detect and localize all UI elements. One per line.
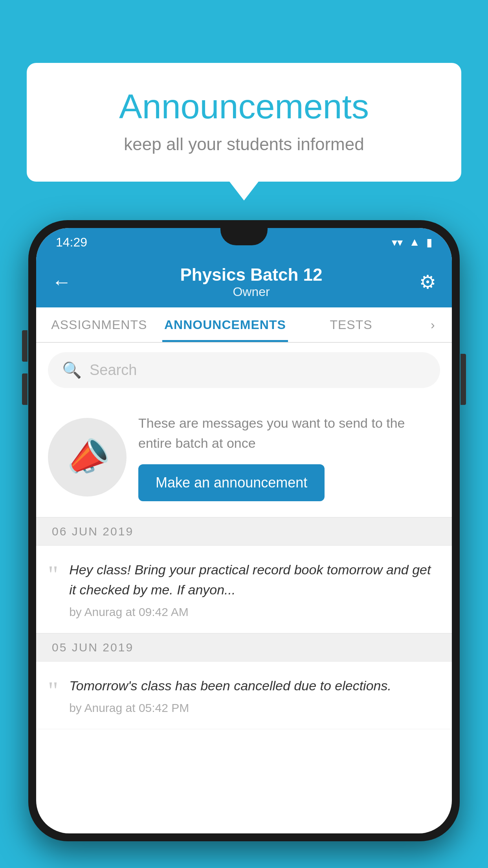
settings-icon[interactable]: ⚙ (419, 271, 436, 293)
make-announcement-button[interactable]: Make an announcement (138, 464, 325, 501)
announcement-text-2: Tomorrow's class has been cancelled due … (69, 676, 440, 696)
search-bar-container: 🔍 Search (36, 343, 452, 397)
search-placeholder: Search (90, 362, 137, 379)
status-icons: ▾▾ ▲ ▮ (392, 236, 432, 249)
phone-outer: 14:29 ▾▾ ▲ ▮ ← Physics Batch 12 Owner ⚙ (28, 220, 460, 841)
bubble-subtitle: keep all your students informed (58, 134, 430, 154)
back-button[interactable]: ← (52, 270, 72, 293)
signal-icon: ▲ (409, 236, 420, 248)
announcement-meta-1: by Anurag at 09:42 AM (69, 605, 440, 619)
announcement-content-1: Hey class! Bring your practical record b… (69, 560, 440, 619)
wifi-icon: ▾▾ (392, 236, 403, 249)
announcement-content-2: Tomorrow's class has been cancelled due … (69, 676, 440, 715)
tab-assignments[interactable]: ASSIGNMENTS (36, 307, 162, 342)
side-button-vol-up (22, 330, 28, 362)
tabs-bar: ASSIGNMENTS ANNOUNCEMENTS TESTS › (36, 307, 452, 343)
search-bar[interactable]: 🔍 Search (48, 352, 440, 388)
promo-content: These are messages you want to send to t… (138, 413, 440, 501)
battery-icon: ▮ (426, 236, 432, 249)
speech-bubble-container: Announcements keep all your students inf… (27, 63, 461, 182)
announcement-item-1[interactable]: " Hey class! Bring your practical record… (36, 546, 452, 633)
header-center: Physics Batch 12 Owner (83, 265, 419, 299)
status-time: 14:29 (56, 235, 87, 250)
notch (220, 228, 268, 245)
phone-screen: 14:29 ▾▾ ▲ ▮ ← Physics Batch 12 Owner ⚙ (36, 228, 452, 833)
date-divider-2: 05 JUN 2019 (36, 633, 452, 662)
side-button-vol-down (22, 373, 28, 405)
quote-icon-1: " (48, 562, 58, 619)
phone-wrapper: 14:29 ▾▾ ▲ ▮ ← Physics Batch 12 Owner ⚙ (28, 220, 460, 868)
announcement-item-2[interactable]: " Tomorrow's class has been cancelled du… (36, 662, 452, 729)
tab-more[interactable]: › (414, 307, 452, 342)
status-bar: 14:29 ▾▾ ▲ ▮ (36, 228, 452, 256)
announcement-promo: 📣 These are messages you want to send to… (36, 397, 452, 517)
tab-tests[interactable]: TESTS (288, 307, 414, 342)
announcement-meta-2: by Anurag at 05:42 PM (69, 701, 440, 715)
announcement-text-1: Hey class! Bring your practical record b… (69, 560, 440, 600)
header-subtitle: Owner (83, 285, 419, 299)
content-area: 🔍 Search 📣 These are messages you want t… (36, 343, 452, 729)
tab-announcements[interactable]: ANNOUNCEMENTS (162, 307, 288, 342)
speech-bubble: Announcements keep all your students inf… (27, 63, 461, 182)
promo-icon-circle: 📣 (48, 418, 127, 497)
date-divider-1: 06 JUN 2019 (36, 517, 452, 546)
megaphone-icon: 📣 (61, 432, 114, 483)
quote-icon-2: " (48, 678, 58, 715)
app-header: ← Physics Batch 12 Owner ⚙ (36, 256, 452, 307)
header-title: Physics Batch 12 (83, 265, 419, 285)
search-icon: 🔍 (62, 361, 82, 379)
promo-description: These are messages you want to send to t… (138, 413, 440, 453)
bubble-title: Announcements (58, 86, 430, 127)
side-button-power (460, 354, 466, 405)
